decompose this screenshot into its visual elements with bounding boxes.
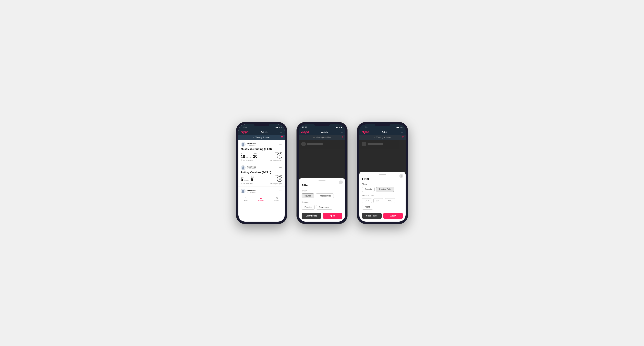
- tab-activities[interactable]: ♠ Activities: [258, 196, 264, 201]
- phone-1-screen: 11:33 ▮▮▮ ▲ ■ clippd Activity ☰ ⚙ Viewin…: [238, 124, 285, 222]
- sheet-handle-3: [379, 174, 386, 175]
- battery-icon-2: ■: [341, 127, 342, 128]
- info-icon-1: ⓘ: [241, 159, 242, 161]
- activity-footer-1: ⓘ Test Information Data: Clippd Capture: [241, 159, 282, 161]
- filter-sheet-2: ✕ Filter Show Rounds Practice Drills Rou…: [299, 178, 345, 222]
- sheet-handle-2: [318, 180, 326, 181]
- signal-icon-3: ▮▮▮: [396, 127, 399, 128]
- tab-activities-label: Activities: [258, 200, 264, 201]
- score-value-2: 0: [241, 178, 243, 182]
- avatar-figure-3: [242, 191, 244, 193]
- show-drills-btn-2[interactable]: Practice Drills: [316, 193, 334, 198]
- round-options-2: Practice Tournament: [302, 205, 342, 210]
- filter-title-3: Filter: [362, 177, 403, 180]
- status-icons-1: ▮▮▮ ▲ ■: [276, 127, 282, 128]
- filter-actions-3: Clear Filters Apply: [362, 213, 403, 219]
- test-info-label-1: Test Information: [243, 160, 252, 161]
- phone-3: 11:33 ▮▮▮ ▲ ■ clippd Activity ☰ ⚙ Viewin…: [357, 122, 408, 224]
- tab-home[interactable]: ⌂ Home: [244, 196, 248, 201]
- nav-bar-1: clippd Activity ☰: [238, 129, 285, 135]
- logo-1: clippd: [241, 131, 248, 134]
- nav-bar-2: clippd Activity ☰: [299, 129, 345, 135]
- shots-value-1: 20: [253, 154, 258, 159]
- nav-bar-3: clippd Activity ☰: [359, 129, 406, 135]
- sq-badge-2: 45: [277, 176, 282, 182]
- activity-footer-2: ⓘ Test Information Data: Clippd Capture: [241, 182, 282, 184]
- status-time-2: 11:33: [302, 126, 307, 129]
- viewing-bar-1[interactable]: ⚙ Viewing Activities: [238, 135, 285, 140]
- show-drills-btn-3[interactable]: Practice Drills: [376, 187, 394, 192]
- clear-filters-btn-2[interactable]: Clear Filters: [302, 213, 321, 219]
- out-of-label-1: OUT OF: [246, 157, 251, 158]
- signal-icon: ▮▮▮: [276, 127, 278, 128]
- activity-item-3[interactable]: Josh Coles 28 Feb 2023 •••: [238, 187, 285, 195]
- nav-title-1: Activity: [261, 131, 268, 133]
- status-time-3: 11:33: [362, 126, 368, 129]
- battery-icon: ■: [280, 127, 282, 128]
- close-button-3[interactable]: ✕: [399, 174, 403, 178]
- show-label-3: Show: [362, 183, 403, 185]
- info-icon-2: ⓘ: [241, 182, 242, 184]
- show-rounds-btn-3[interactable]: Rounds: [362, 187, 374, 192]
- rounds-label-2: Rounds: [302, 201, 342, 203]
- activity-header-2: Josh Coles 28 Feb 2023 •••: [241, 165, 282, 170]
- tab-capture[interactable]: ⊕ Capture: [274, 196, 280, 201]
- activity-header-1: Josh Coles 28 Feb 2023 •••: [241, 142, 282, 147]
- phone-3-screen: 11:33 ▮▮▮ ▲ ■ clippd Activity ☰ ⚙ Viewin…: [359, 124, 406, 222]
- show-rounds-btn-2[interactable]: Rounds: [302, 193, 314, 198]
- close-button-2[interactable]: ✕: [339, 180, 343, 184]
- more-options-1[interactable]: •••: [279, 143, 282, 146]
- avatar-3: [241, 189, 246, 193]
- user-name-3: Josh Coles: [247, 189, 256, 191]
- viewing-dot-1: [281, 136, 283, 138]
- user-date-2: 28 Feb 2023: [247, 168, 256, 170]
- user-info-1: Josh Coles 28 Feb 2023: [241, 142, 256, 147]
- viewing-dot-2: [342, 136, 343, 138]
- apply-btn-2[interactable]: Apply: [323, 213, 342, 219]
- viewing-activities-label-2: Viewing Activities: [316, 136, 331, 139]
- hamburger-menu-1[interactable]: ☰: [280, 131, 282, 133]
- notch-1: [254, 122, 270, 126]
- avatar-figure-1: [242, 144, 244, 146]
- hamburger-menu-2[interactable]: ☰: [341, 131, 343, 133]
- more-options-3[interactable]: •••: [279, 190, 282, 192]
- tab-capture-label: Capture: [274, 200, 280, 201]
- round-practice-btn-2[interactable]: Practice: [302, 205, 314, 210]
- activity-item-1[interactable]: Josh Coles 28 Feb 2023 ••• Must Make Put…: [238, 140, 285, 164]
- out-of-label-2: OUT OF: [244, 180, 249, 181]
- data-source-2: Data: Clippd Capture: [270, 183, 282, 184]
- drill-options-3: OTT APP ARG PUTT: [362, 198, 403, 210]
- activities-icon: ♠: [260, 196, 262, 200]
- logo-3: clippd: [362, 131, 369, 134]
- wifi-icon-2: ▲: [339, 127, 340, 128]
- shots-value-2: 9: [251, 177, 253, 182]
- avatar-1: [241, 142, 246, 147]
- activity-title-2: Putting Combine (3-15 ft): [241, 171, 282, 174]
- data-source-1: Data: Clippd Capture: [270, 160, 282, 161]
- user-info-2: Josh Coles 28 Feb 2023: [241, 165, 256, 170]
- apply-btn-3[interactable]: Apply: [383, 213, 403, 219]
- drill-putt-btn[interactable]: PUTT: [362, 205, 373, 210]
- phone-2-screen: 11:33 ▮▮▮ ▲ ■ clippd Activity ☰ ⚙ Viewin…: [299, 124, 345, 222]
- more-options-2[interactable]: •••: [279, 166, 282, 169]
- round-tournament-btn-2[interactable]: Tournament: [316, 205, 332, 210]
- clear-filters-btn-3[interactable]: Clear Filters: [362, 213, 382, 219]
- avatar-figure-2: [242, 168, 244, 170]
- drill-app-btn[interactable]: APP: [374, 198, 383, 203]
- tab-home-label: Home: [244, 200, 248, 201]
- nav-title-2: Activity: [321, 131, 328, 133]
- home-icon: ⌂: [245, 196, 246, 200]
- user-name-2: Josh Coles: [247, 166, 256, 168]
- score-value-1: 10: [241, 155, 245, 159]
- drill-ott-btn[interactable]: OTT: [362, 198, 372, 203]
- hamburger-menu-3[interactable]: ☰: [401, 131, 403, 133]
- drill-arg-btn[interactable]: ARG: [385, 198, 395, 203]
- wifi-icon: ▲: [278, 127, 280, 128]
- filter-sheet-3: ✕ Filter Show Rounds Practice Drills Pra…: [359, 172, 406, 222]
- phone-2: 11:33 ▮▮▮ ▲ ■ clippd Activity ☰ ⚙ Viewin…: [296, 122, 348, 224]
- user-date-1: 28 Feb 2023: [247, 145, 256, 146]
- show-options-2: Rounds Practice Drills: [302, 193, 342, 198]
- activity-item-2[interactable]: Josh Coles 28 Feb 2023 ••• Putting Combi…: [238, 164, 285, 187]
- test-info-1: ⓘ Test Information: [241, 159, 252, 161]
- viewing-activities-label-1: Viewing Activities: [256, 136, 270, 139]
